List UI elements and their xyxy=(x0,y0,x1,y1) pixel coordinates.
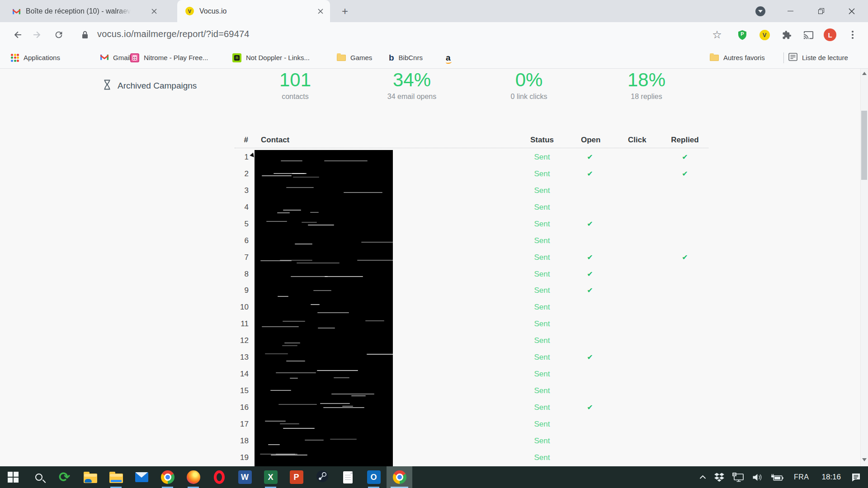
row-number: 4 xyxy=(226,201,249,214)
table-row: 9Sent✔ xyxy=(0,284,868,297)
table-row: 7Sent✔✔ xyxy=(0,251,868,264)
row-number: 8 xyxy=(226,267,249,281)
open-check-icon: ✔ xyxy=(581,150,599,164)
clock[interactable]: 18:16 xyxy=(815,466,847,488)
tab-search-icon[interactable] xyxy=(755,6,765,16)
battery-plug-icon[interactable] xyxy=(767,466,788,488)
table-row: 6Sent xyxy=(0,234,868,248)
powerpoint-icon[interactable]: P xyxy=(283,466,309,488)
url-address[interactable]: vocus.io/mailmerge/report/?id=69474 xyxy=(97,29,250,39)
excel-icon[interactable]: X xyxy=(258,466,283,488)
close-tab-icon[interactable] xyxy=(149,6,159,16)
chrome-icon[interactable] xyxy=(155,466,180,488)
table-row: 18Sent xyxy=(0,434,868,448)
bookmark-bibcnrs[interactable]: b BibCnrs xyxy=(389,47,423,68)
volume-icon[interactable] xyxy=(748,466,767,488)
tab-gmail[interactable]: Boîte de réception (10) - walraev xyxy=(5,0,164,22)
row-number: 10 xyxy=(226,300,249,314)
steam-logo-glyph xyxy=(316,470,329,484)
chrome-logo-glyph xyxy=(393,470,406,484)
row-number: 18 xyxy=(226,434,249,448)
browser-menu-icon[interactable] xyxy=(844,26,862,44)
steam-icon[interactable] xyxy=(309,466,335,488)
taskbar-icons: ⟳WXPO xyxy=(0,466,412,488)
new-tab-button[interactable]: + xyxy=(338,5,352,17)
office-letter-glyph: P xyxy=(290,470,303,484)
windows-start-icon[interactable] xyxy=(0,466,26,488)
profile-avatar[interactable]: L xyxy=(821,26,839,44)
reading-list-button[interactable]: Liste de lecture xyxy=(788,47,848,68)
table-row: 8Sent✔ xyxy=(0,267,868,281)
status-sent-label: Sent xyxy=(526,300,558,314)
onedrive-folder-icon[interactable] xyxy=(77,466,103,488)
close-tab-icon[interactable] xyxy=(316,6,326,16)
notepad-icon[interactable] xyxy=(335,466,361,488)
vpn-shield-extension-icon[interactable]: P xyxy=(733,26,751,44)
extensions-puzzle-icon[interactable] xyxy=(778,26,796,44)
header-status: Status xyxy=(526,136,558,145)
action-center-icon[interactable] xyxy=(847,466,868,488)
bookmark-nitrome[interactable]: Nitrome - Play Free... xyxy=(130,47,208,68)
status-sent-label: Sent xyxy=(526,401,558,414)
outlook-icon[interactable]: O xyxy=(361,466,387,488)
lock-icon[interactable] xyxy=(78,26,92,44)
status-sent-label: Sent xyxy=(526,418,558,431)
firefox-icon[interactable] xyxy=(180,466,206,488)
table-row: 2Sent✔✔ xyxy=(0,167,868,181)
archived-campaigns-link[interactable]: Archived Campaigns xyxy=(103,80,197,92)
hourglass-icon xyxy=(103,80,111,92)
sync-icon[interactable]: ⟳ xyxy=(52,466,77,488)
bookmark-gmail[interactable]: Gmail xyxy=(100,47,131,68)
open-check-icon: ✔ xyxy=(581,251,599,264)
tab-vocus-active[interactable]: V Vocus.io xyxy=(177,0,330,22)
header-replied: Replied xyxy=(669,136,701,145)
stat-link-clicks: 0% 0 link clicks xyxy=(479,70,579,101)
windows-logo-glyph xyxy=(8,472,19,483)
status-sent-label: Sent xyxy=(526,267,558,281)
word-icon[interactable]: W xyxy=(232,466,258,488)
header-click: Click xyxy=(628,136,646,145)
table-row: 10Sent xyxy=(0,300,868,314)
tab-title: Vocus.io xyxy=(199,7,226,15)
reload-icon[interactable] xyxy=(50,26,68,44)
stat-label: 18 replies xyxy=(597,93,696,101)
tray-expand-icon[interactable] xyxy=(695,466,710,488)
minimize-window-button[interactable] xyxy=(779,0,801,22)
row-number: 9 xyxy=(226,284,249,297)
status-sent-label: Sent xyxy=(526,201,558,214)
dropbox-icon[interactable] xyxy=(710,466,728,488)
bookmark-games-folder[interactable]: Games xyxy=(337,47,372,68)
scrollbar-down-icon[interactable] xyxy=(862,458,867,461)
row-number: 7 xyxy=(226,251,249,264)
search-icon[interactable] xyxy=(26,466,52,488)
forward-icon[interactable] xyxy=(28,26,46,44)
vocus-extension-icon[interactable]: V xyxy=(755,26,774,44)
folder-icon xyxy=(337,55,346,61)
file-explorer-icon[interactable] xyxy=(103,466,129,488)
display-device-icon[interactable] xyxy=(728,466,748,488)
bookmark-not-doppler[interactable]: n Not Doppler - Links... xyxy=(232,47,310,68)
chrome-taskbar-active-icon[interactable] xyxy=(387,466,412,488)
other-bookmarks-folder[interactable]: Autres favoris xyxy=(710,47,765,68)
bookmark-amazon[interactable]: a xyxy=(446,47,455,68)
bookmark-star-icon[interactable]: ☆ xyxy=(708,26,726,44)
restore-window-button[interactable] xyxy=(810,0,832,22)
apps-grid-icon xyxy=(11,54,19,62)
back-icon[interactable] xyxy=(9,26,27,44)
bookmark-label: Nitrome - Play Free... xyxy=(144,54,208,61)
row-number: 5 xyxy=(226,217,249,231)
bookmark-applications[interactable]: Applications xyxy=(11,47,60,68)
mail-icon[interactable] xyxy=(129,466,155,488)
not-doppler-icon: n xyxy=(232,53,241,62)
cast-icon[interactable] xyxy=(799,26,817,44)
status-sent-label: Sent xyxy=(526,234,558,248)
close-window-button[interactable] xyxy=(841,0,863,22)
header-contact: Contact xyxy=(261,136,289,145)
scrollbar-thumb[interactable] xyxy=(861,111,867,180)
language-indicator[interactable]: FRA xyxy=(788,466,816,488)
table-row: 11Sent xyxy=(0,317,868,331)
opera-icon[interactable] xyxy=(206,466,232,488)
stat-email-opens: 34% 34 email opens xyxy=(362,70,462,101)
table-header: # Contact Status Open Click Replied xyxy=(0,136,868,145)
scrollbar-up-icon[interactable] xyxy=(862,72,867,75)
